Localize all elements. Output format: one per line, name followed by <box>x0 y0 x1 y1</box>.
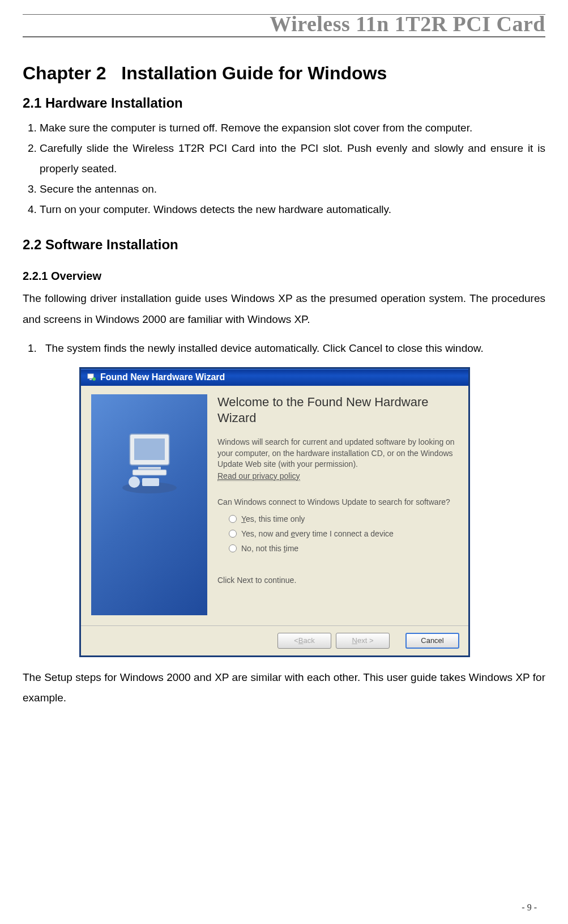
step-bold: Cancel <box>349 342 382 354</box>
svg-rect-4 <box>134 438 165 460</box>
list-item: Carefully slide the Wireless 1T2R PCI Ca… <box>40 138 545 179</box>
radio-label: Yes, now and every time I connect a devi… <box>241 529 394 538</box>
next-button[interactable]: Next > <box>336 633 390 649</box>
svg-rect-0 <box>88 374 93 378</box>
overview-text: The following driver installation guide … <box>23 288 545 329</box>
svg-rect-6 <box>133 470 166 475</box>
dialog-body: Welcome to the Found New Hardware Wizard… <box>81 386 468 625</box>
header-rule <box>23 14 545 15</box>
radio-label: Yes, this time only <box>241 514 305 523</box>
note-after-dialog: The Setup steps for Windows 2000 and XP … <box>23 667 545 708</box>
dialog-titlebar: Found New Hardware Wizard <box>81 369 468 386</box>
privacy-policy-link[interactable]: Read our privacy policy <box>217 471 300 481</box>
dialog-sidebar-graphic <box>91 394 207 615</box>
hardware-steps-list: Make sure the computer is turned off. Re… <box>23 118 545 220</box>
found-new-hardware-wizard-dialog: Found New Hardware Wizard Welcome to the… <box>79 367 470 657</box>
svg-rect-9 <box>142 478 159 486</box>
next-hint-text: Click Next to continue. <box>217 576 458 585</box>
hardware-section-title: 2.1 Hardware Installation <box>23 95 545 111</box>
chapter-title: Chapter 2 Installation Guide for Windows <box>23 63 545 84</box>
list-item: The system finds the newly installed dev… <box>40 338 545 359</box>
cancel-button[interactable]: Cancel <box>405 633 459 649</box>
step-lead: The system finds the newly installed dev… <box>45 342 349 354</box>
software-steps-list: The system finds the newly installed dev… <box>23 338 545 359</box>
wizard-icon <box>87 372 97 382</box>
radio-yes-once[interactable]: Yes, this time only <box>229 514 458 523</box>
product-title: Wireless 11n 1T2R PCI Card <box>270 12 545 36</box>
radio-no[interactable]: No, not this time <box>229 544 458 553</box>
svg-point-2 <box>92 377 96 381</box>
step-tail: to close this window. <box>382 342 483 354</box>
svg-point-8 <box>129 476 140 488</box>
svg-rect-1 <box>89 379 92 380</box>
dialog-description: Windows will search for current and upda… <box>217 437 458 470</box>
radio-group: Yes, this time only Yes, now and every t… <box>229 514 458 553</box>
radio-yes-always[interactable]: Yes, now and every time I connect a devi… <box>229 529 458 538</box>
chapter-name: Installation Guide for Windows <box>121 63 387 83</box>
dialog-content: Welcome to the Found New Hardware Wizard… <box>217 394 458 615</box>
dialog-question: Can Windows connect to Windows Update to… <box>217 497 458 508</box>
hardware-graphic-icon <box>107 417 192 502</box>
list-item: Turn on your computer. Windows detects t… <box>40 199 545 220</box>
radio-icon <box>229 544 237 552</box>
overview-title: 2.2.1 Overview <box>23 270 545 283</box>
radio-label: No, not this time <box>241 544 298 553</box>
dialog-title-text: Found New Hardware Wizard <box>100 372 225 382</box>
list-item: Make sure the computer is turned off. Re… <box>40 118 545 138</box>
svg-rect-5 <box>138 467 161 470</box>
dialog-heading: Welcome to the Found New Hardware Wizard <box>217 394 458 427</box>
page-number: - 9 - <box>522 902 537 913</box>
back-button[interactable]: < Back <box>277 633 331 649</box>
dialog-footer: < Back Next > Cancel <box>81 625 468 655</box>
software-section-title: 2.2 Software Installation <box>23 237 545 253</box>
radio-icon <box>229 515 237 523</box>
list-item: Secure the antennas on. <box>40 179 545 199</box>
chapter-number: Chapter 2 <box>23 63 106 83</box>
radio-icon <box>229 530 237 538</box>
page-header: Wireless 11n 1T2R PCI Card <box>23 11 545 37</box>
